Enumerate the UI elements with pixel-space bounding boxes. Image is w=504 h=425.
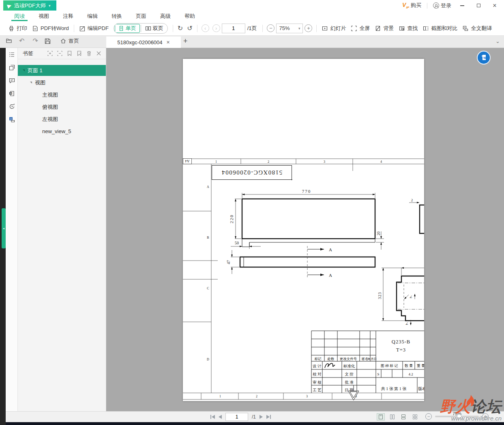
desktop-edge bbox=[0, 377, 6, 425]
thumbnails-panel-button[interactable] bbox=[6, 61, 18, 74]
expand-icon[interactable] bbox=[23, 69, 25, 71]
zoom-select[interactable]: 75% ▾ bbox=[276, 24, 303, 33]
view-continuous-button[interactable] bbox=[388, 413, 396, 421]
zoom-slider[interactable]: 75% bbox=[435, 416, 479, 417]
vip-icon: VIP bbox=[402, 2, 409, 9]
zoom-in-button[interactable]: + bbox=[305, 24, 312, 32]
login-button[interactable]: 登录 bbox=[433, 2, 451, 9]
save-button[interactable] bbox=[44, 38, 51, 45]
thickness-label: T=3 bbox=[396, 347, 406, 353]
add-bookmark-button[interactable] bbox=[66, 50, 73, 56]
last-page-button[interactable] bbox=[266, 415, 271, 419]
status-bar: /1 − 75% + bbox=[6, 411, 504, 422]
bookmarks-panel-button[interactable] bbox=[6, 48, 18, 61]
menu-tab-page[interactable]: 页面 bbox=[129, 11, 153, 21]
buy-button[interactable]: VIP 购买 bbox=[402, 2, 421, 9]
menu-tab-view[interactable]: 视图 bbox=[32, 11, 56, 21]
expand-icon[interactable] bbox=[30, 82, 32, 84]
slideshow-label: 幻灯片 bbox=[330, 25, 346, 32]
edit-bookmark-button[interactable] bbox=[76, 50, 82, 56]
menu-tab-annotate[interactable]: 注释 bbox=[56, 11, 80, 21]
next-page-button[interactable] bbox=[260, 415, 263, 419]
rotate-right-button[interactable]: ↻ bbox=[178, 25, 183, 32]
close-tab-button[interactable]: × bbox=[167, 39, 170, 45]
open-file-button[interactable] bbox=[6, 37, 13, 45]
menu-bar: 阅读 视图 注释 编辑 转换 页面 高级 帮助 bbox=[0, 11, 504, 21]
prev-page-button[interactable] bbox=[219, 415, 222, 419]
close-panel-button[interactable] bbox=[96, 50, 102, 56]
pdf-page[interactable]: A4 1 2 3 4 1 2 3 4 A B C D 5180XGC-0 bbox=[183, 59, 424, 401]
expand-all-button[interactable] bbox=[47, 50, 53, 56]
bookmark-item-main-view[interactable]: 主视图 bbox=[18, 89, 106, 100]
bookmark-label: 俯视图 bbox=[42, 104, 58, 111]
bookmark-item-top-view[interactable]: 俯视图 bbox=[18, 101, 106, 112]
app-title: 迅读PDF大师 bbox=[14, 2, 46, 9]
qty-label: 数 量 bbox=[405, 364, 413, 368]
redo-button[interactable]: ↷ bbox=[32, 38, 38, 44]
menu-tab-read[interactable]: 阅读 bbox=[7, 11, 32, 21]
prev-page-button[interactable]: ‹ bbox=[202, 24, 209, 32]
next-page-button[interactable]: › bbox=[212, 24, 220, 32]
delete-bookmark-button[interactable] bbox=[86, 50, 92, 56]
material-label: Q235-B bbox=[392, 339, 410, 345]
titleblock-row-label: 工 艺 bbox=[313, 388, 322, 392]
home-button[interactable]: 首页 bbox=[60, 37, 79, 45]
statusbar-page-input[interactable] bbox=[225, 413, 248, 421]
double-page-button[interactable]: 双页 bbox=[141, 24, 167, 33]
translate-button[interactable]: A 全文翻译 bbox=[460, 23, 494, 34]
snapshot-compare-button[interactable]: 截图和对比 bbox=[420, 23, 460, 34]
document-viewport[interactable]: A4 1 2 3 4 1 2 3 4 A B C D 5180XGC-0 bbox=[106, 48, 504, 411]
rotate-left-button[interactable]: ↺ bbox=[187, 25, 192, 32]
menu-tab-help[interactable]: 帮助 bbox=[178, 11, 202, 21]
find-button[interactable]: 查找 bbox=[396, 23, 420, 34]
new-tab-button[interactable]: + bbox=[183, 37, 188, 45]
history-panel-button[interactable] bbox=[6, 100, 18, 113]
print-button[interactable]: 打印 bbox=[6, 23, 30, 34]
slideshow-button[interactable]: 幻灯片 bbox=[319, 23, 348, 34]
section-label: A bbox=[329, 247, 332, 252]
zoom-slider-thumb[interactable] bbox=[457, 414, 461, 419]
collapse-all-button[interactable] bbox=[57, 50, 63, 56]
zoom-out-button[interactable]: − bbox=[425, 413, 432, 420]
maximize-icon bbox=[477, 4, 480, 7]
view-facing-continuous-button[interactable] bbox=[411, 413, 419, 421]
zoom-out-button[interactable]: − bbox=[267, 24, 275, 32]
bookmark-item-left-view[interactable]: 左视图 bbox=[18, 114, 106, 125]
history-clock-icon bbox=[9, 103, 15, 110]
undo-button[interactable]: ↶ bbox=[19, 38, 24, 44]
menu-tab-edit[interactable]: 编辑 bbox=[80, 11, 105, 21]
app-badge[interactable]: ▶ 迅读PDF大师 ▾ bbox=[3, 0, 56, 11]
document-tab[interactable]: 5180xgc-02006004 × bbox=[106, 37, 181, 48]
bookmark-item-page1[interactable]: 页面 1 bbox=[18, 65, 106, 76]
word-convert-button[interactable]: W bbox=[6, 87, 18, 100]
minimize-icon bbox=[460, 5, 464, 6]
maximize-button[interactable] bbox=[473, 2, 484, 10]
view-facing-button[interactable] bbox=[399, 413, 407, 421]
tabbar-collapse-button[interactable]: ⌄ bbox=[495, 38, 500, 44]
single-page-button[interactable]: 单页 bbox=[115, 24, 140, 33]
convert-to-word-float-button[interactable]: W bbox=[477, 51, 491, 65]
view-single-page-button[interactable] bbox=[377, 413, 385, 421]
page-number-input[interactable] bbox=[222, 24, 245, 33]
full-translate-panel-button[interactable]: A bbox=[6, 113, 18, 126]
close-button[interactable]: × bbox=[489, 2, 500, 10]
main-area: ◂ W A 书签 bbox=[0, 48, 504, 411]
first-page-button[interactable] bbox=[210, 415, 215, 419]
panel-collapse-handle[interactable]: ◂ bbox=[2, 208, 6, 248]
edit-pdf-button[interactable]: 编辑PDF bbox=[77, 23, 111, 34]
comments-panel-button[interactable] bbox=[6, 74, 18, 87]
minimize-button[interactable] bbox=[457, 2, 468, 10]
pdf-to-word-button[interactable]: W PDF转Word bbox=[30, 23, 71, 34]
zone-letter: D bbox=[207, 358, 209, 361]
bookmark-tree: 页面 1 视图 主视图 俯视图 左视图 new_view_5 bbox=[18, 59, 106, 137]
bookmark-item-new-view-5[interactable]: new_view_5 bbox=[18, 126, 106, 137]
menu-tab-convert[interactable]: 转换 bbox=[105, 11, 129, 21]
background-button[interactable]: 背景 bbox=[372, 23, 396, 34]
stamp-label: 图 样 标 记 bbox=[381, 364, 398, 368]
toolbar: 打印 W PDF转Word 编辑PDF 单页 双页 ↻ ↺ ‹ › bbox=[0, 21, 504, 36]
zoom-in-button[interactable]: + bbox=[482, 413, 489, 420]
fullscreen-button[interactable]: 全屏 bbox=[348, 23, 372, 34]
bookmark-item-views[interactable]: 视图 bbox=[18, 77, 106, 88]
menu-tab-advanced[interactable]: 高级 bbox=[153, 11, 178, 21]
titleblock-row-label: 文 控 bbox=[345, 372, 353, 376]
